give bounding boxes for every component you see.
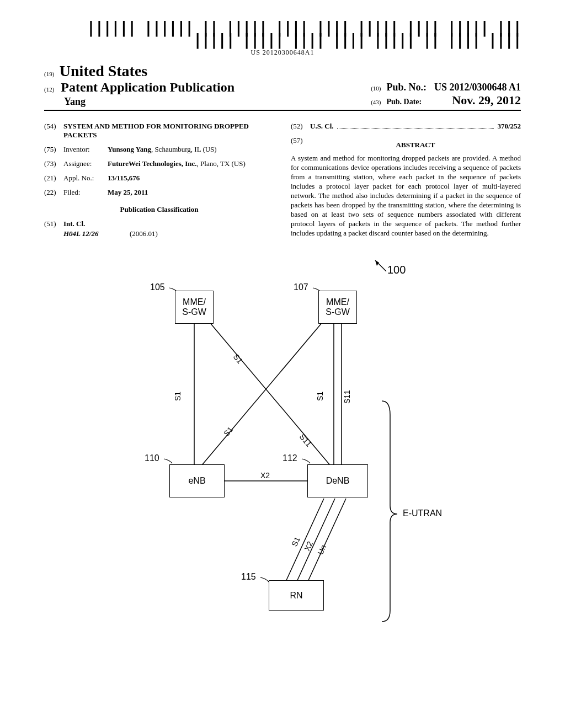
us-cl-code: (52) [291,122,310,131]
filed-code: (22) [44,188,63,197]
us-cl-value: 370/252 [497,122,521,131]
appl-no-value: 13/115,676 [108,174,140,182]
int-cl-label: Int. Cl. [63,220,85,228]
svg-marker-9 [375,260,379,266]
link-s11-right: S11 [343,390,351,404]
pub-date-code: (43) [371,99,381,105]
pub-type-code: (12) [44,86,54,93]
ref-107: 107 [294,282,308,292]
pub-date-value: Nov. 29, 2012 [452,93,521,108]
inventor-code: (75) [44,145,63,154]
svg-line-8 [308,499,346,580]
pub-date-label: Pub. Date: [386,98,422,106]
pub-class-header: Publication Classification [44,205,274,214]
country-name: United States [60,62,147,79]
inventor-label: Inventor: [63,145,108,154]
invention-title: SYSTEM AND METHOD FOR MONITORING DROPPED… [63,122,274,140]
assignee-code: (73) [44,159,63,168]
ref-112: 112 [282,453,297,463]
ref-115: 115 [241,572,256,582]
filed-label: Filed: [63,188,108,197]
link-x2: X2 [260,471,270,480]
figure-svg: S1 S1 S11 S1 S1 S11 X2 S1 X2 Un [117,260,448,624]
abstract-label: ABSTRACT [310,141,521,149]
inventor-name: Yunsong Yang [108,145,151,153]
box-mme-1: MME/ S-GW [175,291,214,324]
document-header: (19) United States (12) Patent Applicati… [44,62,521,111]
country-code: (19) [44,71,54,77]
us-cl-label: U.S. Cl. [310,122,334,130]
assignee-name: FutureWei Technologies, Inc. [108,159,197,168]
bibliographic-section: (54) SYSTEM AND METHOD FOR MONITORING DR… [44,122,521,244]
inventor-location: , Schaumburg, IL (US) [151,145,217,153]
appl-no-code: (21) [44,174,63,183]
pub-no-value: US 2012/0300648 A1 [434,82,521,93]
link-s11-diag: S11 [298,432,313,449]
link-s1-diag1: S1 [232,352,244,366]
int-cl-code: (51) [44,220,63,228]
abstract-text: A system and method for monitoring dropp… [291,154,521,238]
box-denb: DeNB [307,464,368,497]
pub-no-code: (10) [371,85,381,92]
box-rn: RN [269,580,324,611]
svg-line-7 [297,499,335,580]
barcode-area: |||||| |||||| || ||||| |||| |||| ||||| |… [44,22,521,57]
int-cl-value: H04L 12/26 [63,229,130,238]
box-mme-2: MME/ S-GW [318,291,357,324]
link-s1-right: S1 [316,392,324,401]
patent-figure: S1 S1 S11 S1 S1 S11 X2 S1 X2 Un 100 105 … [117,260,448,624]
link-s1-rn: S1 [290,536,302,548]
header-inventor: Yang [64,96,234,108]
link-un-rn: Un [316,544,328,556]
label-eutran: E-UTRAN [403,508,442,518]
ref-105: 105 [150,282,165,292]
pub-no-label: Pub. No.: [386,82,427,93]
dotted-leader [337,128,494,129]
int-cl-date: (2006.01) [130,229,158,238]
link-s1-left: S1 [173,392,182,401]
title-code: (54) [44,122,63,140]
link-s1-diag2: S1 [222,425,234,438]
barcode-graphic: |||||| |||||| || ||||| |||| |||| ||||| |… [44,22,521,47]
assignee-label: Assignee: [63,159,108,168]
pub-type: Patent Application Publication [61,80,234,95]
box-enb: eNB [169,464,225,497]
filed-value: May 25, 2011 [108,188,148,196]
assignee-location: , Plano, TX (US) [197,159,246,168]
barcode-number: US 20120300648A1 [44,49,521,57]
appl-no-label: Appl. No.: [63,174,108,183]
ref-110: 110 [145,453,159,463]
ref-100: 100 [387,264,406,276]
abstract-code: (57) [291,136,310,154]
